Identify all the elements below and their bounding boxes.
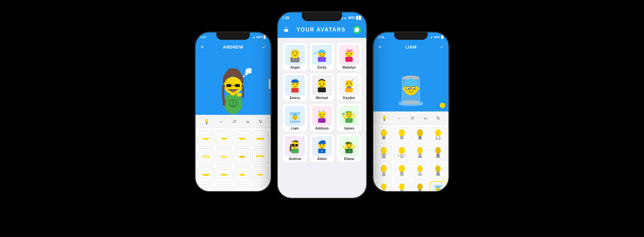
sticker-8[interactable] bbox=[252, 148, 269, 165]
avatar-card-emery[interactable]: ⋮ bbox=[282, 73, 308, 101]
sticker-11[interactable] bbox=[234, 166, 251, 183]
dots-eliana[interactable]: ⋮ bbox=[356, 136, 359, 139]
sticker-4[interactable] bbox=[252, 130, 269, 147]
dots-kayden[interactable]: ⋮ bbox=[356, 75, 359, 78]
redo-icon[interactable]: ↻ bbox=[259, 119, 263, 124]
svg-point-49 bbox=[296, 84, 298, 85]
loop-icon-r[interactable]: ∞ bbox=[424, 115, 427, 121]
avatar-name-emily: Emily bbox=[318, 66, 327, 69]
rs-15[interactable] bbox=[412, 181, 428, 191]
avatar-card-aiden[interactable]: ⋮ ♦ bbox=[310, 134, 335, 162]
dots-michael[interactable]: ⋮ bbox=[328, 75, 332, 78]
check-button-right[interactable]: ✓ bbox=[440, 45, 444, 50]
arrow-icon[interactable]: → bbox=[219, 119, 223, 124]
sticker-12[interactable] bbox=[252, 166, 269, 183]
dots-emery[interactable]: ⋮ bbox=[302, 75, 305, 78]
avatar-card-addison[interactable]: ⋮ ♥ ♥ ♥ bbox=[310, 103, 335, 132]
sticker-3[interactable] bbox=[234, 130, 251, 147]
rs-2[interactable] bbox=[393, 127, 410, 144]
rs-3[interactable] bbox=[412, 127, 428, 144]
svg-rect-160 bbox=[437, 172, 440, 174]
undo-icon-r[interactable]: ↺ bbox=[410, 115, 414, 121]
avatar-card-emily[interactable]: ⋮ bbox=[310, 43, 335, 71]
sticker-10[interactable] bbox=[216, 166, 232, 183]
sticker-15[interactable] bbox=[234, 184, 251, 191]
svg-text:♥♥: ♥♥ bbox=[347, 50, 351, 53]
rs-11[interactable] bbox=[412, 163, 428, 180]
lightbulb-icon-r[interactable]: 💡 bbox=[381, 115, 387, 121]
svg-point-162 bbox=[381, 183, 386, 190]
rs-7[interactable] bbox=[412, 145, 428, 162]
avatar-card-andrew[interactable]: ⋮ bbox=[282, 134, 308, 162]
avatar-card-kayden[interactable]: ⋮ z z bbox=[336, 73, 362, 101]
app-header-center: YOUR AVATARS bbox=[278, 23, 366, 38]
sticker-16[interactable] bbox=[252, 184, 269, 191]
share-button[interactable] bbox=[283, 26, 289, 33]
title-left: ANDREW bbox=[223, 45, 244, 50]
sticker-13[interactable] bbox=[198, 184, 214, 191]
check-button-left[interactable]: ✓ bbox=[262, 45, 266, 50]
svg-rect-65 bbox=[347, 87, 351, 88]
svg-point-119 bbox=[408, 88, 409, 89]
svg-point-98 bbox=[320, 144, 321, 146]
rs-1[interactable] bbox=[375, 127, 392, 144]
avatar-card-eliana[interactable]: ⋮ ★ bbox=[336, 134, 362, 162]
redo-icon-r[interactable]: ↻ bbox=[436, 115, 440, 121]
sticker-5[interactable] bbox=[198, 148, 214, 165]
sticker-6[interactable] bbox=[216, 148, 232, 165]
avatar-card-madelyn[interactable]: ⋮ ♥♥ ♥ bbox=[336, 43, 362, 71]
rs-16-liam-thumb[interactable] bbox=[430, 181, 446, 191]
gold-dot[interactable] bbox=[440, 103, 445, 108]
svg-point-33 bbox=[323, 53, 325, 54]
dots-angel[interactable]: ⋮ bbox=[302, 44, 305, 48]
dots-emily[interactable]: ⋮ bbox=[328, 44, 332, 48]
sticker-2[interactable] bbox=[216, 130, 232, 147]
dots-addison[interactable]: ⋮ bbox=[328, 105, 332, 109]
avatar-name-eliana: Eliana bbox=[344, 157, 354, 161]
time-right: 1:30 bbox=[378, 35, 384, 39]
close-button-left[interactable]: ✕ bbox=[200, 45, 204, 50]
rs-12[interactable] bbox=[430, 163, 446, 180]
avatar-card-michael[interactable]: ⋮ Michael bbox=[310, 73, 335, 101]
close-button-right[interactable]: ✕ bbox=[378, 45, 382, 50]
sticker-7[interactable] bbox=[234, 148, 251, 165]
loop-icon[interactable]: ∞ bbox=[246, 119, 249, 124]
sticker-grid-left bbox=[196, 128, 271, 191]
rs-14[interactable] bbox=[393, 181, 410, 191]
avatar-card-angel[interactable]: ⋮ bbox=[282, 43, 308, 71]
svg-point-32 bbox=[320, 53, 321, 54]
svg-rect-64 bbox=[345, 87, 353, 92]
sticker-1[interactable] bbox=[198, 130, 214, 147]
avatar-name-addison: Addison bbox=[315, 127, 329, 130]
rs-13[interactable] bbox=[375, 181, 392, 191]
dots-liam[interactable]: ⋮ bbox=[302, 105, 305, 109]
lightbulb-icon[interactable]: 💡 bbox=[204, 119, 209, 124]
svg-point-39 bbox=[346, 53, 348, 54]
svg-point-135 bbox=[435, 129, 441, 137]
dots-madelyn[interactable]: ⋮ bbox=[356, 44, 359, 48]
arrow-icon-r[interactable]: → bbox=[396, 115, 401, 121]
svg-rect-94 bbox=[295, 144, 298, 146]
svg-rect-136 bbox=[436, 138, 440, 140]
avatar-img-liam bbox=[285, 106, 305, 126]
rs-8[interactable] bbox=[430, 145, 446, 162]
rs-4[interactable] bbox=[430, 127, 446, 144]
svg-rect-134 bbox=[418, 138, 422, 140]
rs-6[interactable] bbox=[393, 145, 410, 162]
rs-9[interactable] bbox=[375, 163, 392, 180]
rs-5[interactable] bbox=[375, 145, 392, 162]
whatsapp-button[interactable] bbox=[353, 26, 361, 34]
sticker-14[interactable] bbox=[216, 184, 232, 191]
swipe-handle[interactable] bbox=[269, 79, 271, 89]
dots-aiden[interactable]: ⋮ bbox=[328, 136, 332, 139]
avatar-card-liam[interactable]: ⋮ bbox=[282, 103, 308, 132]
rs-10[interactable] bbox=[393, 163, 410, 180]
dots-james[interactable]: ⋮ bbox=[356, 105, 359, 109]
avatar-name-james: James bbox=[344, 127, 354, 130]
undo-icon[interactable]: ↺ bbox=[232, 119, 236, 124]
sticker-9[interactable] bbox=[198, 166, 214, 183]
avatar-card-james[interactable]: ⋮ � bbox=[336, 103, 362, 132]
phone-content-center: YOUR AVATARS ⋮ bbox=[278, 23, 366, 198]
dots-andrew[interactable]: ⋮ bbox=[302, 136, 305, 139]
svg-point-129 bbox=[399, 129, 405, 137]
